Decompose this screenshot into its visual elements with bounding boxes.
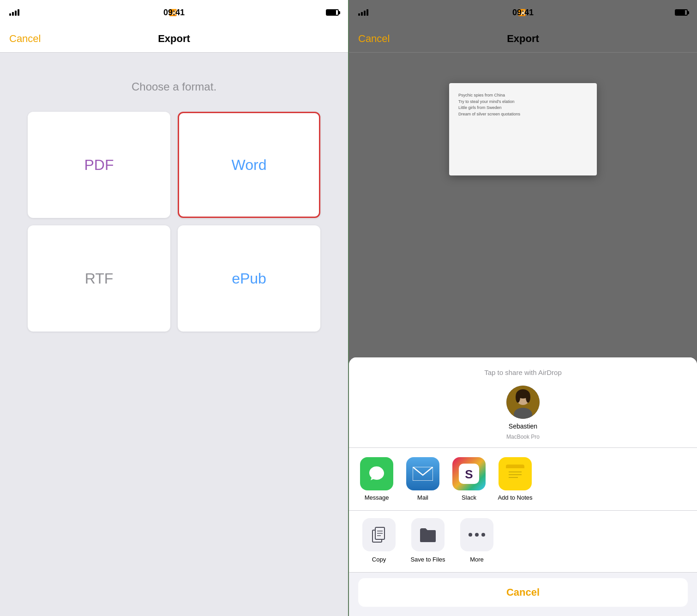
mail-icon bbox=[406, 457, 439, 490]
status-bar-left: 📶 09:41 bbox=[0, 0, 348, 25]
signal-icon-right bbox=[358, 9, 368, 16]
notes-icon bbox=[499, 457, 532, 490]
person-device: MacBook Pro bbox=[506, 434, 540, 440]
action-label-more: More bbox=[470, 556, 484, 563]
app-label-mail: Mail bbox=[417, 494, 428, 501]
more-icon-bg bbox=[460, 518, 493, 551]
svg-point-25 bbox=[475, 533, 479, 537]
cancel-button-right[interactable]: Cancel bbox=[358, 33, 390, 45]
nav-bar-left: Cancel Export bbox=[0, 25, 348, 53]
svg-point-24 bbox=[469, 533, 472, 537]
time-right: 09:41 bbox=[512, 8, 534, 18]
app-item-notes[interactable]: Add to Notes bbox=[497, 457, 534, 501]
app-label-message: Message bbox=[365, 494, 389, 501]
apps-section: Message Mail bbox=[349, 448, 697, 511]
apps-row: Message Mail bbox=[358, 457, 688, 501]
airdrop-section: Tap to share with AirDrop bbox=[349, 357, 697, 448]
battery-icon-right bbox=[675, 9, 688, 16]
format-card-rtf[interactable]: RTF bbox=[28, 225, 170, 332]
app-item-mail[interactable]: Mail bbox=[404, 457, 441, 501]
page-title-left: Export bbox=[158, 33, 190, 45]
action-label-save-files: Save to Files bbox=[410, 556, 445, 563]
page-title-right: Export bbox=[507, 33, 539, 45]
doc-preview: Psychic spies from China Try to steal yo… bbox=[449, 83, 597, 175]
svg-point-3 bbox=[516, 392, 520, 403]
message-icon bbox=[360, 457, 393, 490]
action-item-more[interactable]: More bbox=[456, 518, 498, 563]
cancel-sheet-button[interactable]: Cancel bbox=[358, 578, 688, 607]
airdrop-person[interactable]: Sebastien MacBook Pro bbox=[358, 386, 688, 440]
app-label-notes: Add to Notes bbox=[498, 494, 532, 501]
format-card-epub[interactable]: ePub bbox=[178, 225, 320, 332]
avatar bbox=[506, 386, 540, 419]
app-label-slack: Slack bbox=[462, 494, 476, 501]
app-item-message[interactable]: Message bbox=[358, 457, 395, 501]
cancel-button-left[interactable]: Cancel bbox=[9, 33, 41, 45]
status-bar-right: 📶 09:41 bbox=[349, 0, 697, 25]
svg-rect-18 bbox=[506, 466, 524, 468]
svg-text:S: S bbox=[465, 467, 473, 481]
action-item-save-files[interactable]: Save to Files bbox=[407, 518, 449, 563]
format-subtitle: Choose a format. bbox=[0, 53, 348, 112]
svg-point-4 bbox=[526, 392, 530, 403]
left-panel: 📶 09:41 Cancel Export Choose a format. P… bbox=[0, 0, 348, 616]
cancel-section: Cancel bbox=[349, 573, 697, 616]
doc-preview-text: Psychic spies from China Try to steal yo… bbox=[458, 92, 588, 117]
format-label-epub: ePub bbox=[232, 270, 266, 287]
format-label-word: Word bbox=[232, 157, 267, 174]
format-label-rtf: RTF bbox=[85, 270, 114, 287]
slack-icon: S bbox=[452, 457, 486, 490]
app-item-slack[interactable]: S Slack bbox=[451, 457, 487, 501]
person-name: Sebastien bbox=[509, 423, 537, 430]
battery-icon-left bbox=[326, 9, 339, 16]
right-panel: 📶 09:41 Cancel Export Psychic spies from… bbox=[349, 0, 697, 616]
action-label-copy: Copy bbox=[372, 556, 386, 563]
svg-rect-13 bbox=[506, 467, 524, 484]
airdrop-label: Tap to share with AirDrop bbox=[358, 368, 688, 376]
copy-icon-bg bbox=[362, 518, 396, 551]
actions-row: Copy Save to Files bbox=[358, 518, 688, 563]
save-files-icon-bg bbox=[411, 518, 445, 551]
format-grid: PDF Word RTF ePub bbox=[0, 112, 348, 332]
actions-section: Copy Save to Files bbox=[349, 511, 697, 573]
svg-point-26 bbox=[481, 533, 485, 537]
signal-icon-left bbox=[9, 9, 19, 16]
time-left: 09:41 bbox=[163, 8, 185, 18]
action-item-copy[interactable]: Copy bbox=[358, 518, 400, 563]
share-sheet: Tap to share with AirDrop bbox=[349, 357, 697, 616]
nav-bar-right: Cancel Export bbox=[349, 25, 697, 53]
format-label-pdf: PDF bbox=[84, 157, 114, 174]
format-card-pdf[interactable]: PDF bbox=[28, 112, 170, 218]
format-card-word[interactable]: Word bbox=[178, 112, 320, 218]
